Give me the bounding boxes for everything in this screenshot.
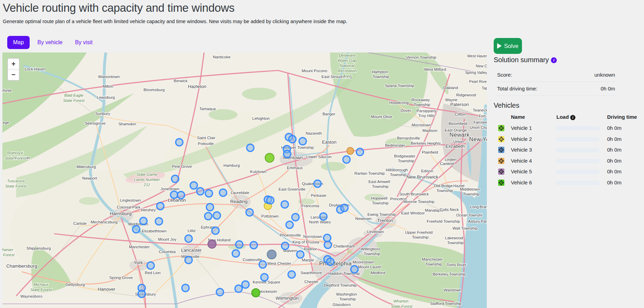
map-label: Newark: [450, 132, 470, 138]
visit-marker[interactable]: [140, 218, 147, 225]
visit-marker[interactable]: [207, 204, 214, 211]
vehicle-load-bar: [556, 181, 600, 185]
map-label: Spring Grove: [109, 276, 133, 280]
map-label: Berkeley Township: [433, 272, 466, 276]
info-icon[interactable]: i: [551, 57, 557, 63]
visit-marker[interactable]: [185, 235, 192, 242]
visit-marker[interactable]: [190, 182, 198, 189]
map-label: Township: [436, 189, 453, 193]
map-label: Hershey: [141, 208, 156, 212]
visit-marker[interactable]: [133, 226, 140, 233]
visit-marker[interactable]: [267, 197, 274, 204]
vehicle-name: Vehicle 5: [511, 169, 532, 174]
visit-marker[interactable]: [147, 262, 154, 269]
visit-marker[interactable]: [171, 191, 178, 199]
visit-marker[interactable]: [232, 250, 240, 257]
visit-marker[interactable]: [250, 242, 258, 249]
visit-marker[interactable]: [343, 156, 350, 163]
visit-marker[interactable]: [286, 221, 293, 229]
visit-marker[interactable]: [185, 257, 192, 264]
depot-marker[interactable]: [252, 289, 260, 297]
visit-marker[interactable]: [356, 148, 364, 156]
tab-by-visit[interactable]: By visit: [72, 36, 96, 49]
visit-marker[interactable]: [297, 251, 304, 258]
visit-marker[interactable]: [176, 139, 183, 146]
solve-button[interactable]: Solve: [494, 38, 522, 54]
visit-marker[interactable]: [247, 144, 254, 152]
visit-marker[interactable]: [314, 180, 321, 187]
map-label: Radnor: [304, 247, 317, 251]
map-label: Township: [372, 201, 389, 205]
zoom-in-button[interactable]: +: [8, 59, 19, 69]
depot-marker[interactable]: [265, 153, 274, 162]
vehicle-driving-time: 0h 0m: [607, 125, 622, 131]
visit-marker[interactable]: [288, 271, 295, 278]
visit-marker[interactable]: [205, 190, 213, 197]
map-label: Colonial Park: [117, 205, 141, 209]
map-label: Berkeley Heights: [411, 141, 441, 145]
map-label: Wilmington: [276, 296, 299, 301]
depot-marker[interactable]: [208, 240, 216, 248]
visit-marker[interactable]: [235, 285, 242, 292]
visit-marker[interactable]: [351, 266, 358, 273]
zoom-out-button[interactable]: −: [8, 69, 19, 80]
visit-marker[interactable]: [155, 218, 163, 225]
visit-marker[interactable]: [289, 136, 296, 143]
visit-marker[interactable]: [236, 241, 243, 248]
map-label: Fort L: [479, 114, 487, 118]
visit-marker[interactable]: [320, 213, 327, 220]
map-label: Township: [372, 184, 389, 189]
map-label: Township: [463, 192, 480, 196]
visit-marker[interactable]: [281, 201, 289, 208]
visit-marker[interactable]: [205, 213, 212, 220]
map-label: Perkasie: [311, 193, 326, 198]
visit-marker[interactable]: [324, 241, 332, 249]
info-icon[interactable]: i: [570, 115, 575, 120]
depot-marker[interactable]: [267, 250, 276, 259]
map-label: Lehighton: [252, 116, 270, 121]
visit-marker[interactable]: [324, 234, 331, 242]
visit-marker[interactable]: [197, 188, 204, 195]
visit-marker[interactable]: [282, 242, 289, 250]
map-label: Wayne: [445, 98, 457, 102]
visit-marker[interactable]: [212, 227, 219, 234]
visit-marker[interactable]: [172, 175, 179, 183]
visit-marker[interactable]: [213, 212, 221, 219]
visit-marker[interactable]: [341, 204, 348, 212]
map-label: Mount Pocono: [302, 69, 327, 73]
map-label: Hamburg: [223, 163, 240, 167]
visit-marker[interactable]: [220, 189, 227, 196]
visit-marker[interactable]: [178, 192, 185, 199]
vehicle-crosshair-icon: [498, 158, 504, 164]
map-label: Berwick: [174, 79, 188, 83]
tab-map[interactable]: Map: [7, 36, 30, 49]
visit-marker[interactable]: [138, 290, 145, 298]
visit-marker[interactable]: [259, 261, 266, 268]
map-label: West Haven: [467, 54, 487, 58]
visit-marker[interactable]: [292, 214, 299, 221]
visit-marker[interactable]: [246, 209, 253, 216]
visit-marker[interactable]: [182, 285, 189, 292]
map-label: Tap: [482, 86, 487, 90]
vehicle-driving-time: 0h 0m: [607, 136, 622, 142]
visit-marker[interactable]: [261, 274, 268, 281]
vehicle-row: Vehicle 20h 0m: [494, 134, 638, 145]
map-label: Medford: [371, 271, 385, 275]
visit-marker[interactable]: [217, 289, 224, 296]
visit-marker[interactable]: [242, 281, 249, 288]
visit-marker[interactable]: [157, 203, 164, 210]
map-label: Bloomsburg: [143, 88, 164, 92]
visit-marker[interactable]: [299, 138, 306, 145]
depot-marker[interactable]: [347, 147, 354, 154]
tab-by-vehicle[interactable]: By vehicle: [34, 36, 66, 49]
map-label: West Milford: [424, 67, 446, 71]
map-label: Reading: [230, 199, 248, 204]
map-label: Lands Number: [134, 177, 160, 182]
visit-marker[interactable]: [327, 258, 334, 266]
map-label: Mount Laurel: [358, 265, 381, 269]
visit-marker[interactable]: [284, 151, 291, 158]
map[interactable]: Lock HavenellefonteegeLewistownWatsontow…: [2, 52, 487, 308]
map-label: Toms River: [446, 263, 466, 267]
vehicle-crosshair-icon: [498, 180, 504, 186]
map-label: Oakland: [443, 86, 458, 90]
